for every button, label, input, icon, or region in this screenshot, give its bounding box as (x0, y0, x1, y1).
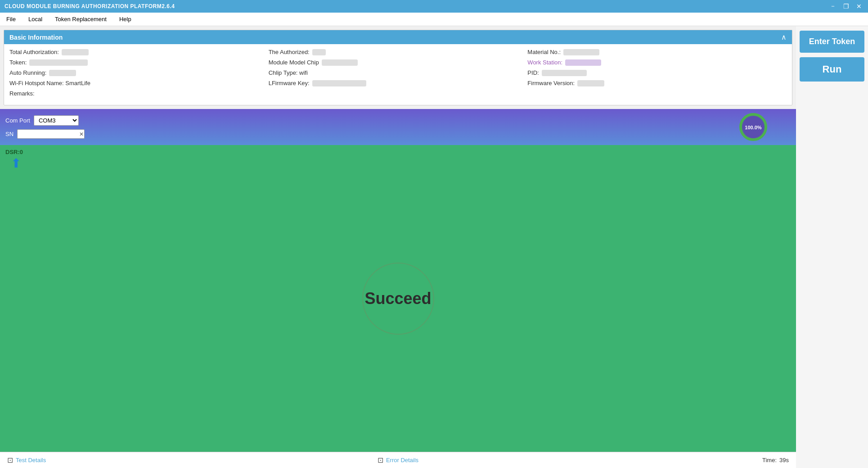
firmware-version-cell: Firmware Version: (527, 80, 787, 86)
wifi-hotspot-label: Wi-Fi Hotspot Name: SmartLife (9, 80, 90, 86)
lfirmware-key-value (312, 80, 366, 86)
info-row-1: Total Authorization: The Authorized: Mat… (9, 49, 787, 55)
control-left: Com Port COM3 SN ✕ (5, 115, 791, 139)
app-title: CLOUD MODULE BURNING AUTHORIZATION PLATF… (4, 3, 175, 9)
progress-text: 100.0% (745, 125, 762, 130)
pid-value (542, 70, 587, 76)
authorized-value (312, 49, 326, 55)
work-station-label: Work Station: (527, 59, 562, 66)
info-row-5: Remarks: (9, 90, 787, 97)
info-row-2: Token: Module Model Chip Work Station: (9, 59, 787, 66)
sn-label: SN (5, 131, 13, 137)
test-details-item: ⊡ Test Details (7, 456, 268, 464)
auto-running-cell: Auto Running: (9, 69, 269, 76)
pid-label: PID: (527, 69, 539, 76)
basic-info-content: Total Authorization: The Authorized: Mat… (4, 44, 792, 105)
module-chip-cell: Module Model Chip (269, 59, 528, 66)
authorized-cell: The Authorized: (269, 49, 528, 55)
log-area: DSR:0 ⬆ Succeed (0, 145, 796, 452)
lfirmware-key-cell: LFirmware Key: (269, 80, 528, 86)
menu-local[interactable]: Local (26, 15, 45, 23)
succeed-container: Succeed (362, 263, 434, 335)
module-chip-label: Module Model Chip (269, 59, 319, 66)
left-area: Basic Information ∧ Total Authorization:… (0, 26, 796, 468)
test-details-link[interactable]: Test Details (16, 457, 46, 463)
token-cell: Token: (9, 59, 269, 66)
auto-running-value (49, 70, 76, 76)
com-port-row: Com Port COM3 (5, 115, 791, 126)
succeed-text: Succeed (364, 289, 431, 308)
firmware-version-value (577, 80, 604, 86)
control-panel: Com Port COM3 SN ✕ 100.0% (0, 109, 796, 145)
token-value (29, 59, 88, 66)
test-details-icon: ⊡ (7, 456, 13, 464)
close-button[interactable]: ✕ (855, 2, 864, 10)
info-row-4: Wi-Fi Hotspot Name: SmartLife LFirmware … (9, 80, 787, 86)
error-details-item: ⊡ Error Details (268, 456, 528, 464)
menu-token-replacement[interactable]: Token Replacement (52, 15, 109, 23)
run-button[interactable]: Run (800, 57, 864, 82)
chip-type-cell: Chlip Type: wifi (269, 69, 528, 76)
sn-row: SN ✕ (5, 129, 791, 139)
basic-info-title: Basic Information (9, 34, 63, 41)
remarks-label: Remarks: (9, 90, 35, 97)
error-details-icon: ⊡ (378, 456, 383, 464)
material-no-value (563, 49, 599, 55)
window-controls: － ❐ ✕ (828, 2, 864, 10)
succeed-circle: Succeed (362, 263, 434, 335)
chip-type-label: Chlip Type: wifi (269, 69, 308, 76)
info-row-3: Auto Running: Chlip Type: wifi PID: (9, 69, 787, 76)
menu-bar: File Local Token Replacement Help (0, 13, 868, 26)
time-label: Time: (762, 457, 777, 463)
basic-info-panel: Basic Information ∧ Total Authorization:… (4, 30, 792, 105)
material-no-label: Material No.: (527, 49, 561, 55)
wifi-hotspot-cell: Wi-Fi Hotspot Name: SmartLife (9, 80, 269, 86)
module-chip-value (322, 59, 358, 66)
auto-running-label: Auto Running: (9, 69, 46, 76)
maximize-button[interactable]: ❐ (841, 2, 851, 10)
time-item: Time: 39s (528, 457, 789, 463)
total-auth-cell: Total Authorization: (9, 49, 269, 55)
com-port-select[interactable]: COM3 (34, 115, 79, 126)
main-layout: Basic Information ∧ Total Authorization:… (0, 26, 868, 468)
material-no-cell: Material No.: (527, 49, 787, 55)
status-bar: ⊡ Test Details ⊡ Error Details Time: 39s (0, 452, 796, 468)
token-label: Token: (9, 59, 27, 66)
minimize-button[interactable]: － (828, 2, 838, 10)
total-auth-value (62, 49, 89, 55)
com-port-label: Com Port (5, 117, 30, 124)
work-station-value (565, 59, 601, 66)
title-bar: CLOUD MODULE BURNING AUTHORIZATION PLATF… (0, 0, 868, 13)
enter-token-button[interactable]: Enter Token (800, 31, 864, 53)
menu-file[interactable]: File (4, 15, 18, 23)
upload-arrow-icon: ⬆ (11, 156, 21, 171)
firmware-version-label: Firmware Version: (527, 80, 575, 86)
authorized-label: The Authorized: (269, 49, 310, 55)
right-sidebar: Enter Token Run (796, 26, 868, 468)
progress-svg: 100.0% (738, 111, 769, 143)
total-auth-label: Total Authorization: (9, 49, 59, 55)
work-station-cell: Work Station: (527, 59, 787, 66)
sn-input[interactable] (17, 129, 85, 139)
menu-help[interactable]: Help (117, 15, 134, 23)
collapse-button[interactable]: ∧ (781, 33, 787, 41)
error-details-link[interactable]: Error Details (386, 457, 418, 463)
pid-cell: PID: (527, 69, 787, 76)
remarks-cell: Remarks: (9, 90, 787, 97)
time-value: 39s (779, 457, 789, 463)
progress-circle: 100.0% (738, 111, 769, 143)
basic-info-header: Basic Information ∧ (4, 30, 792, 44)
lfirmware-key-label: LFirmware Key: (269, 80, 310, 86)
dsr-label: DSR:0 (5, 149, 23, 155)
sn-clear-button[interactable]: ✕ (79, 131, 84, 137)
